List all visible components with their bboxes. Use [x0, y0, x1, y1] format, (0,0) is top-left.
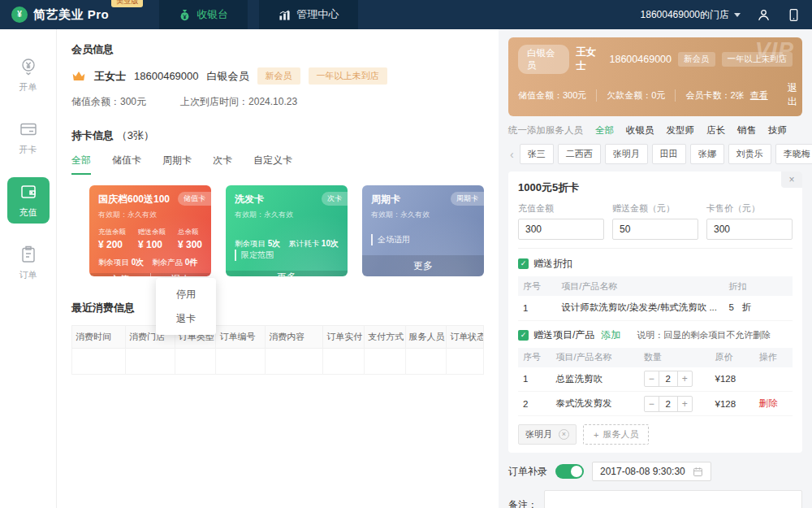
- table-cell: [175, 349, 216, 375]
- chevron-down-icon: [734, 13, 741, 17]
- staff-chip[interactable]: 张娜: [690, 144, 724, 164]
- logo-icon: ¥: [11, 7, 28, 23]
- plus-button[interactable]: +: [678, 397, 692, 411]
- order-backfill-label: 订单补录: [508, 465, 547, 479]
- staff-filter-technician[interactable]: 技师: [768, 124, 787, 137]
- gift-discount-checkbox[interactable]: ✓: [518, 258, 529, 269]
- card-extra: 剩余项目 0次: [98, 257, 144, 268]
- sidebar-item-orders[interactable]: 订单: [7, 240, 50, 286]
- col-header: 订单编号: [216, 326, 266, 349]
- order-backfill-toggle[interactable]: [555, 464, 584, 479]
- quantity-stepper: − 2 +: [644, 396, 693, 412]
- datetime-value: 2017-08-08 9:30:30: [600, 466, 685, 477]
- vip-card-count: 会员卡数：2张 查看: [685, 89, 777, 102]
- staff-chip[interactable]: 田田: [652, 144, 686, 164]
- exit-member-button[interactable]: 退出: [788, 81, 797, 109]
- card-type-badge: 周期卡: [451, 192, 484, 206]
- remark-label: 备注：: [508, 498, 538, 508]
- card-validity: 有效期：永久有效: [371, 210, 475, 220]
- vip-member-phone: 18600469000: [610, 54, 672, 65]
- clipboard-icon: [19, 245, 38, 264]
- card-recharge-button[interactable]: 充值: [89, 273, 150, 276]
- staff-filter-sales[interactable]: 销售: [737, 124, 756, 137]
- tab-cashier[interactable]: 收银台: [159, 0, 248, 29]
- staff-chip[interactable]: 刘贵乐: [728, 144, 771, 164]
- gift-items-checkbox[interactable]: ✓: [518, 330, 529, 341]
- item-price: ¥128: [710, 367, 754, 392]
- card-more-button[interactable]: 更多: [362, 255, 484, 276]
- tablet-icon[interactable]: [787, 8, 801, 22]
- row-index: 2: [518, 392, 551, 416]
- card-tab-stored[interactable]: 储值卡: [112, 154, 141, 175]
- gift-discount-label: 赠送折扣: [533, 257, 572, 271]
- add-gift-item-link[interactable]: 添加: [601, 328, 620, 342]
- tab-cashier-label: 收银台: [197, 7, 228, 22]
- table-cell: [323, 349, 365, 375]
- staff-filter-stylist[interactable]: 发型师: [667, 124, 695, 137]
- item-price: ¥128: [710, 392, 754, 416]
- card-scope: 全场适用: [371, 234, 475, 245]
- badge-inactive: 一年以上未到店: [722, 52, 793, 67]
- edition-badge: 美业版: [111, 0, 143, 7]
- col-header: 项目/产品名称: [556, 276, 723, 296]
- minus-button[interactable]: −: [645, 397, 659, 411]
- minus-button[interactable]: −: [645, 371, 659, 386]
- tab-management-label: 管理中心: [296, 7, 339, 22]
- card-tab-period[interactable]: 周期卡: [162, 154, 192, 175]
- sidebar-item-open-card[interactable]: 开卡: [7, 115, 50, 161]
- dropdown-item-refund[interactable]: 退卡: [156, 306, 216, 331]
- item-name: 泰式洗发剪发: [551, 392, 639, 416]
- card-more-button[interactable]: 更多: [226, 271, 348, 276]
- remark-input[interactable]: [544, 490, 802, 508]
- crown-icon: [71, 69, 86, 84]
- remove-staff-icon[interactable]: ×: [559, 429, 569, 440]
- card-tab-custom[interactable]: 自定义卡: [253, 154, 292, 175]
- card-action-dropdown: 停用 退卡: [156, 278, 216, 335]
- view-cards-link[interactable]: 查看: [750, 90, 768, 100]
- card-stat: 总余额 ¥ 300: [178, 228, 202, 250]
- staff-chip[interactable]: 张明月: [605, 144, 648, 164]
- gift-amount-input[interactable]: [612, 219, 698, 240]
- card-scope: 限定范围: [235, 250, 339, 261]
- gift-note: 说明：回显的剩余项目不允许删除: [637, 329, 771, 341]
- dropdown-item-disable[interactable]: 停用: [156, 282, 216, 306]
- staff-chip[interactable]: 李晓梅: [775, 144, 812, 164]
- staff-chip[interactable]: 张三: [520, 144, 554, 164]
- card-tab-times[interactable]: 次卡: [213, 154, 232, 175]
- close-icon[interactable]: ×: [781, 172, 802, 188]
- col-header: 序号: [518, 276, 556, 296]
- datetime-picker[interactable]: 2017-08-08 9:30:30: [592, 462, 711, 481]
- staff-filter-manager[interactable]: 店长: [706, 124, 725, 137]
- col-header: 消费内容: [266, 326, 323, 349]
- user-icon[interactable]: [757, 8, 771, 22]
- row-index: 1: [518, 296, 556, 320]
- table-row: 2 泰式洗发剪发 − 2 + ¥128 删除: [518, 392, 793, 416]
- table-cell: [447, 349, 484, 375]
- last-visit: 上次到店时间：2024.10.23: [180, 95, 297, 109]
- stored-balance: 储值余额：300元: [71, 95, 146, 109]
- card-tab-all[interactable]: 全部: [71, 154, 91, 175]
- staff-filter-all[interactable]: 全部: [595, 124, 614, 137]
- add-staff-button[interactable]: + 服务人员: [583, 424, 649, 445]
- card-price-input[interactable]: [706, 219, 793, 240]
- card-type-badge: 次卡: [322, 192, 348, 206]
- card-refund-button[interactable]: 退卡: [150, 273, 212, 276]
- member-cards-row: 国庆档600送100 储值卡 有效期：永久有效 充值余额 ¥ 200 赠送余额 …: [71, 185, 484, 276]
- card-product-title: 1000元5折卡: [518, 180, 793, 195]
- plus-button[interactable]: +: [678, 371, 692, 386]
- tab-management[interactable]: 管理中心: [259, 0, 358, 29]
- table-cell: [72, 349, 126, 375]
- card-validity: 有效期：永久有效: [235, 210, 339, 220]
- calendar-icon: [693, 467, 703, 477]
- sidebar-item-recharge[interactable]: 充值: [7, 177, 50, 224]
- staff-filter-cashier[interactable]: 收银员: [626, 124, 654, 137]
- recharge-amount-input[interactable]: [518, 219, 604, 240]
- store-selector[interactable]: 18600469000的门店: [641, 8, 741, 22]
- staff-chip[interactable]: 二西西: [558, 144, 601, 164]
- plus-icon: +: [594, 430, 598, 440]
- delete-item-link[interactable]: 删除: [759, 398, 778, 408]
- sidebar-item-open-order[interactable]: 开单: [7, 52, 50, 98]
- store-name: 18600469000的门店: [641, 8, 729, 22]
- chevron-left-icon[interactable]: ‹: [508, 148, 516, 161]
- card-extra: 累计耗卡 10次: [288, 238, 339, 250]
